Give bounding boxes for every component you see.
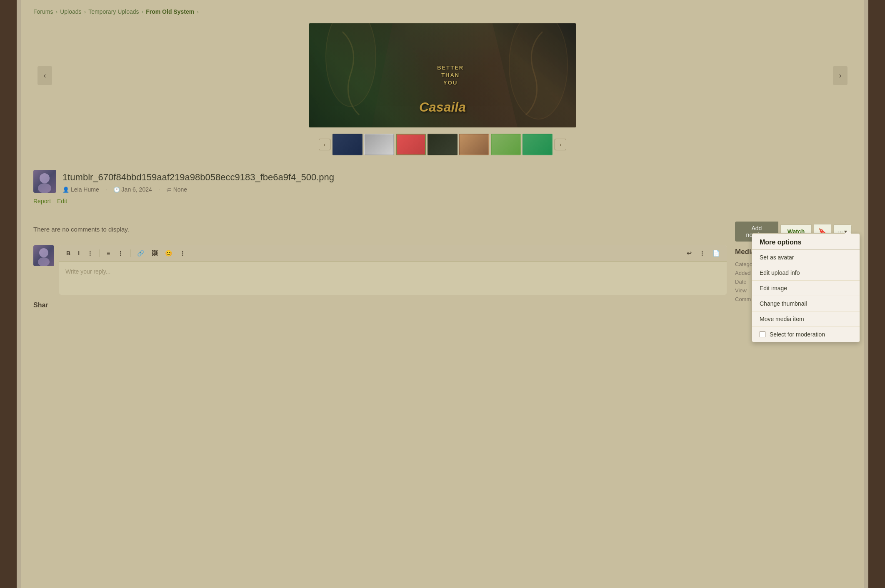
avatar-graphic <box>33 170 56 193</box>
editor-body[interactable]: Write your reply... <box>59 262 727 295</box>
comments-area: There are no comments to display. B I ⋮ <box>33 222 852 319</box>
dropdown-move-media[interactable]: Move media item <box>752 311 860 327</box>
thumbnail-4[interactable] <box>428 134 458 155</box>
date-icon: 🕐 <box>113 187 120 193</box>
thumbnail-3[interactable] <box>396 134 426 155</box>
moderation-checkbox[interactable] <box>760 331 765 337</box>
torn-left-edge <box>0 0 17 588</box>
share-section: Shar <box>33 295 727 319</box>
tag-icon: 🏷 <box>166 187 172 193</box>
author-icon: 👤 <box>62 187 69 193</box>
image-signature: Casaila <box>419 100 466 115</box>
breadcrumb-forums[interactable]: Forums <box>33 8 53 15</box>
attach-button[interactable]: 📄 <box>710 249 722 258</box>
comment-section: There are no comments to display. B I ⋮ <box>33 222 727 319</box>
file-meta-sep-2: · <box>158 186 160 193</box>
file-meta-sep-1: · <box>105 186 107 193</box>
editor-placeholder: Write your reply... <box>65 268 110 275</box>
image-viewer: ‹ BETTER THAN YOU Casaila › <box>33 23 852 127</box>
dropdown-set-avatar[interactable]: Set as avatar <box>752 250 860 265</box>
thumbnail-list <box>332 134 552 155</box>
torn-right-edge <box>868 0 885 588</box>
image-text: BETTER THAN YOU <box>437 64 464 87</box>
more-list-button[interactable]: ⋮ <box>115 249 125 258</box>
breadcrumb-temporary-uploads[interactable]: Temporary Uploads <box>88 8 139 15</box>
breadcrumb-uploads[interactable]: Uploads <box>60 8 81 15</box>
reply-editor: B I ⋮ ≡ ⋮ 🔗 🖼 😊 ⋮ ↩ ⋮ <box>59 245 727 295</box>
emoji-button[interactable]: 😊 <box>163 249 174 258</box>
dropdown-edit-image[interactable]: Edit image <box>752 281 860 296</box>
commenter-avatar <box>33 245 54 266</box>
change-thumbnail-label: Change thumbnail <box>760 300 807 307</box>
avatar-image <box>33 170 56 193</box>
report-link[interactable]: Report <box>33 198 51 204</box>
breadcrumb-sep-3: › <box>142 8 144 15</box>
share-title: Shar <box>33 301 727 309</box>
set-avatar-label: Set as avatar <box>760 254 794 261</box>
file-date: Jan 6, 2024 <box>122 186 152 193</box>
breadcrumb-sep-4: › <box>197 8 199 15</box>
undo-button[interactable]: ↩ <box>685 249 694 258</box>
file-name: 1tumblr_670f84bbd159aaf219a98b058ecc9183… <box>33 170 852 183</box>
file-author: Leia Hume <box>71 186 99 193</box>
prev-image-button[interactable]: ‹ <box>38 66 52 85</box>
commenter-avatar-graphic <box>33 245 54 266</box>
thumbnail-2[interactable] <box>364 134 394 155</box>
author-avatar <box>33 170 56 193</box>
svg-point-4 <box>39 248 48 257</box>
breadcrumb: Forums › Uploads › Temporary Uploads › F… <box>33 8 852 15</box>
italic-button[interactable]: I <box>76 249 82 258</box>
settings-button[interactable]: ⋮ <box>697 249 707 258</box>
file-date-container: 🕐 Jan 6, 2024 <box>113 186 152 193</box>
dropdown-select-moderation[interactable]: Select for moderation <box>752 327 860 342</box>
edit-link[interactable]: Edit <box>57 198 67 204</box>
toolbar-right: ↩ ⋮ 📄 <box>685 249 722 258</box>
more-text-button[interactable]: ⋮ <box>85 249 95 258</box>
toolbar-sep-2 <box>130 249 130 257</box>
next-image-button[interactable]: › <box>833 66 848 85</box>
bold-button[interactable]: B <box>64 249 72 258</box>
main-image: BETTER THAN YOU Casaila <box>309 23 576 127</box>
file-actions: Report Edit <box>33 198 852 204</box>
svg-point-2 <box>40 173 50 183</box>
dropdown-change-thumbnail[interactable]: Change thumbnail <box>752 296 860 311</box>
breadcrumb-sep-2: › <box>84 8 86 15</box>
link-button[interactable]: 🔗 <box>135 249 146 258</box>
more-options-dropdown: More options Set as avatar Edit upload i… <box>752 233 860 342</box>
toolbar-sep-1 <box>100 249 100 257</box>
file-info: 1tumblr_670f84bbd159aaf219a98b058ecc9183… <box>33 166 852 213</box>
dropdown-title: More options <box>752 234 860 250</box>
thumbnail-1[interactable] <box>332 134 362 155</box>
thumbnail-5[interactable] <box>459 134 489 155</box>
thumbnail-7[interactable] <box>522 134 552 155</box>
thumbnail-6[interactable] <box>491 134 521 155</box>
editor-toolbar: B I ⋮ ≡ ⋮ 🔗 🖼 😊 ⋮ ↩ ⋮ <box>59 245 727 262</box>
edit-image-label: Edit image <box>760 285 787 292</box>
thumb-next-button[interactable]: › <box>555 139 566 150</box>
select-moderation-label: Select for moderation <box>770 331 825 338</box>
file-author-container: 👤 Leia Hume <box>62 186 99 193</box>
image-button[interactable]: 🖼 <box>150 249 160 258</box>
move-media-label: Move media item <box>760 316 804 322</box>
file-tags: None <box>173 186 187 193</box>
dropdown-edit-upload-info[interactable]: Edit upload info <box>752 265 860 281</box>
svg-point-3 <box>38 183 51 193</box>
no-comments-text: There are no comments to display. <box>33 222 727 237</box>
misc-button[interactable]: ⋮ <box>178 249 188 258</box>
file-tags-container: 🏷 None <box>166 186 187 193</box>
edit-upload-info-label: Edit upload info <box>760 269 800 276</box>
breadcrumb-sep-1: › <box>55 8 58 15</box>
thumbnail-strip: ‹ › <box>33 134 852 155</box>
main-content: Forums › Uploads › Temporary Uploads › F… <box>21 0 864 588</box>
file-meta: 👤 Leia Hume · 🕐 Jan 6, 2024 · 🏷 None <box>62 186 852 193</box>
breadcrumb-current: From Old System <box>146 8 194 15</box>
thumb-prev-button[interactable]: ‹ <box>319 139 330 150</box>
list-button[interactable]: ≡ <box>105 249 112 258</box>
svg-point-5 <box>38 257 50 266</box>
